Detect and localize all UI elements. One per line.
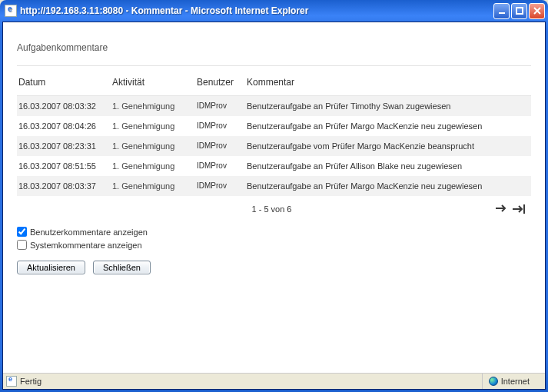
- status-page-icon: [6, 376, 17, 387]
- system-comments-checkbox[interactable]: [17, 240, 27, 250]
- col-datum: Datum: [17, 72, 111, 96]
- pager: 1 - 5 von 6: [18, 201, 525, 217]
- ie-page-icon: [5, 5, 17, 17]
- cell-datum: 18.03.2007 08:03:37: [17, 176, 111, 196]
- titlebar: http://192.168.3.11:8080 - Kommentar - M…: [0, 0, 548, 22]
- comments-table: Datum Aktivität Benutzer Kommentar 16.03…: [17, 72, 531, 222]
- table-row: 18.03.2007 08:03:371. GenehmigungIDMProv…: [17, 176, 531, 196]
- cell-aktivitaet: 1. Genehmigung: [111, 156, 195, 176]
- cell-aktivitaet: 1. Genehmigung: [111, 116, 195, 136]
- status-left: Fertig: [3, 374, 386, 389]
- cell-kommentar: Benutzeraufgabe an Prüfer Margo MacKenzi…: [245, 116, 531, 136]
- cell-benutzer: IDMProv: [195, 136, 245, 156]
- cell-datum: 16.03.2007 08:23:31: [17, 136, 111, 156]
- minimize-button[interactable]: [493, 3, 510, 19]
- table-header-row: Datum Aktivität Benutzer Kommentar: [17, 72, 531, 96]
- cell-datum: 16.03.2007 08:04:26: [17, 116, 111, 136]
- panel-title: Aufgabenkommentare: [17, 36, 531, 66]
- status-text: Fertig: [20, 377, 42, 386]
- cell-benutzer: IDMProv: [195, 156, 245, 176]
- security-zone: Internet: [482, 374, 545, 389]
- col-benutzer: Benutzer: [195, 72, 245, 96]
- svg-rect-0: [499, 12, 505, 14]
- col-aktivitaet: Aktivität: [111, 72, 195, 96]
- last-page-icon[interactable]: [513, 204, 525, 214]
- next-page-icon[interactable]: [496, 204, 508, 214]
- cell-kommentar: Benutzeraufgabe vom Prüfer Margo MacKenz…: [245, 136, 531, 156]
- cell-kommentar: Benutzeraufgabe an Prüfer Allison Blake …: [245, 156, 531, 176]
- cell-benutzer: IDMProv: [195, 116, 245, 136]
- maximize-button[interactable]: [511, 3, 527, 19]
- svg-rect-1: [516, 8, 523, 14]
- button-row: Aktualisieren Schließen: [17, 261, 531, 274]
- table-row: 16.03.2007 08:04:261. GenehmigungIDMProv…: [17, 116, 531, 136]
- cell-aktivitaet: 1. Genehmigung: [111, 176, 195, 196]
- globe-icon: [489, 377, 498, 386]
- statusbar: Fertig Internet: [3, 373, 545, 389]
- user-comments-label[interactable]: Benutzerkommentare anzeigen: [30, 228, 148, 237]
- system-comments-check-row: Systemkommentare anzeigen: [17, 240, 531, 250]
- content-scroll[interactable]: Aufgabenkommentare Datum Aktivität Benut…: [3, 22, 545, 373]
- user-comments-check-row: Benutzerkommentare anzeigen: [17, 227, 531, 237]
- pager-text: 1 - 5 von 6: [252, 204, 292, 214]
- cell-benutzer: IDMProv: [195, 96, 245, 117]
- col-kommentar: Kommentar: [245, 72, 531, 96]
- cell-aktivitaet: 1. Genehmigung: [111, 136, 195, 156]
- client-area: Aufgabenkommentare Datum Aktivität Benut…: [2, 22, 546, 390]
- window-frame: http://192.168.3.11:8080 - Kommentar - M…: [0, 0, 548, 392]
- pager-row: 1 - 5 von 6: [17, 196, 531, 222]
- close-button[interactable]: [529, 3, 545, 19]
- window-title: http://192.168.3.11:8080 - Kommentar - M…: [20, 5, 493, 16]
- close-dialog-button[interactable]: Schließen: [93, 261, 151, 274]
- table-row: 16.03.2007 08:23:311. GenehmigungIDMProv…: [17, 136, 531, 156]
- refresh-button[interactable]: Aktualisieren: [17, 261, 85, 274]
- user-comments-checkbox[interactable]: [17, 227, 27, 237]
- window-controls: [493, 3, 545, 19]
- cell-datum: 16.03.2007 08:51:55: [17, 156, 111, 176]
- table-row: 16.03.2007 08:51:551. GenehmigungIDMProv…: [17, 156, 531, 176]
- cell-kommentar: Benutzeraufgabe an Prüfer Timothy Swan z…: [245, 96, 531, 117]
- cell-kommentar: Benutzeraufgabe an Prüfer Margo MacKenzi…: [245, 176, 531, 196]
- system-comments-label[interactable]: Systemkommentare anzeigen: [30, 241, 142, 250]
- cell-aktivitaet: 1. Genehmigung: [111, 96, 195, 117]
- zone-text: Internet: [501, 377, 530, 386]
- cell-benutzer: IDMProv: [195, 176, 245, 196]
- table-row: 16.03.2007 08:03:321. GenehmigungIDMProv…: [17, 96, 531, 117]
- cell-datum: 16.03.2007 08:03:32: [17, 96, 111, 117]
